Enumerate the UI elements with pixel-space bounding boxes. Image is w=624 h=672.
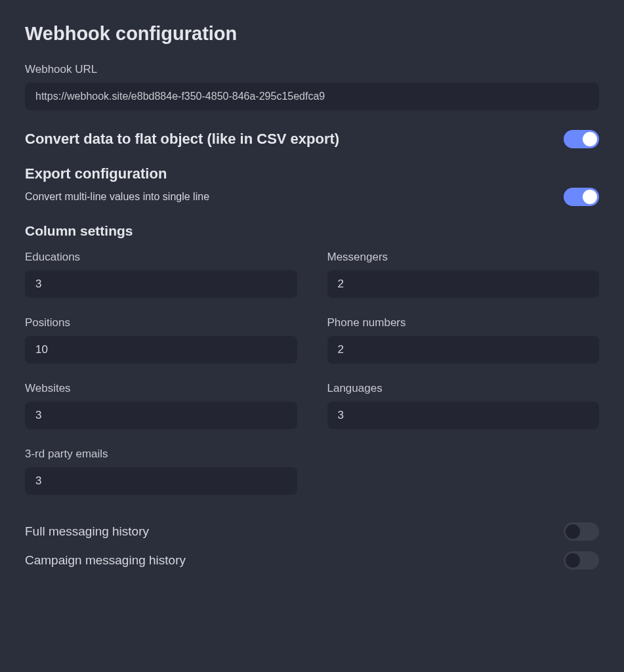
toggle-knob bbox=[566, 524, 580, 539]
webhook-url-label: Webhook URL bbox=[25, 63, 599, 76]
toggle-knob bbox=[566, 553, 580, 568]
multiline-label: Convert multi-line values into single li… bbox=[25, 191, 209, 203]
phone-numbers-label: Phone numbers bbox=[327, 316, 600, 329]
multiline-toggle[interactable] bbox=[564, 188, 599, 206]
full-history-label: Full messaging history bbox=[25, 524, 149, 539]
positions-input[interactable] bbox=[25, 336, 297, 364]
toggle-knob bbox=[583, 132, 597, 146]
page-title: Webhook configuration bbox=[25, 23, 599, 45]
full-history-toggle[interactable] bbox=[564, 522, 599, 541]
flat-object-toggle[interactable] bbox=[564, 130, 599, 148]
export-config-title: Export configuration bbox=[25, 165, 599, 182]
webhook-url-input[interactable] bbox=[25, 83, 599, 110]
languages-label: Languages bbox=[327, 382, 600, 395]
messengers-input[interactable] bbox=[327, 270, 600, 298]
flat-object-label: Convert data to flat object (like in CSV… bbox=[25, 131, 339, 148]
third-party-emails-input[interactable] bbox=[25, 467, 297, 495]
websites-label: Websites bbox=[25, 382, 297, 395]
toggle-knob bbox=[583, 190, 597, 204]
campaign-history-toggle[interactable] bbox=[564, 551, 599, 570]
educations-label: Educations bbox=[25, 251, 297, 264]
languages-input[interactable] bbox=[327, 402, 600, 429]
column-settings-grid: Educations Messengers Positions Phone nu… bbox=[25, 251, 599, 495]
educations-input[interactable] bbox=[25, 270, 297, 298]
phone-numbers-input[interactable] bbox=[327, 336, 600, 364]
campaign-history-label: Campaign messaging history bbox=[25, 553, 186, 568]
messengers-label: Messengers bbox=[327, 251, 600, 264]
websites-input[interactable] bbox=[25, 402, 297, 429]
positions-label: Positions bbox=[25, 316, 297, 329]
column-settings-title: Column settings bbox=[25, 223, 599, 239]
third-party-emails-label: 3-rd party emails bbox=[25, 448, 297, 461]
